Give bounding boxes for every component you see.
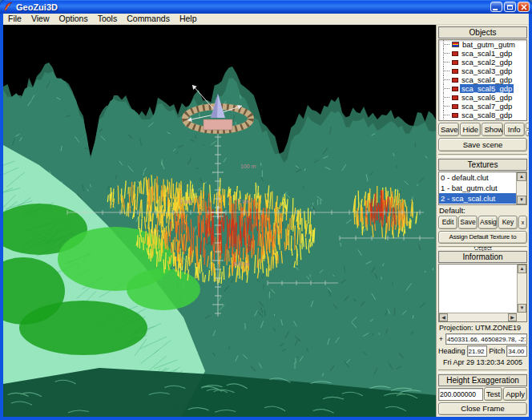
scroll-up-icon[interactable]: ▲ [518,265,526,273]
object-label: sca_scal7_gdp [460,102,514,111]
scroll-down-icon[interactable]: ▼ [517,196,526,204]
object-tree-item[interactable]: sca_scal4_gdp [439,75,526,84]
information-hscrollbar[interactable]: ◀ ▶ [439,313,517,321]
textures-panel-header: Textures [438,159,527,171]
texture-item[interactable]: 1 - bat_gutm.clut [439,183,516,193]
texture-item[interactable]: 0 - default.clut [439,172,516,183]
information-vscrollbar[interactable]: ▲ ▼ [517,265,526,313]
object-label: sca_scal4_gdp [460,75,514,84]
separator [438,154,527,157]
menu-commands[interactable]: Commands [122,14,175,24]
object-tree-item[interactable]: sca_scal5_gdp [439,84,526,93]
objects-button-row: SaveHideShowInfo x [437,121,529,136]
object-tree-item[interactable]: sca_scal2_gdp [439,58,526,67]
svg-text:100 m: 100 m [240,164,256,169]
height-exaggeration-row: Test Apply [437,386,529,401]
svg-text:1 km: 1 km [180,199,192,204]
scroll-right-icon[interactable]: ▶ [508,313,517,321]
heading-input[interactable] [467,345,488,357]
scrollbar-corner [517,313,526,321]
position-expand-button[interactable]: + [438,335,444,343]
object-tree-item[interactable]: sca_scal6_gdp [439,93,526,102]
information-panel-header: Information [438,251,527,263]
svg-text:2 km: 2 km [238,199,250,204]
texture-key-button[interactable]: Key [498,216,518,229]
3d-scene[interactable]: 100 m1 km2 km500 m [3,25,436,417]
scroll-up-icon[interactable]: ▲ [517,172,526,181]
pitch-label: Pitch [489,347,505,355]
tree-connector-icon [443,102,450,111]
tree-connector-icon [443,111,450,119]
object-type-icon [452,42,459,47]
close-x-icon [521,4,527,10]
position-row: + [437,333,529,345]
object-tree-item[interactable]: sca_scal7_gdp [439,102,526,111]
menu-tools[interactable]: Tools [93,14,123,24]
tree-connector-icon [443,49,450,58]
objects-hide-button[interactable]: Hide [460,123,481,136]
information-text [439,265,517,313]
textures-scrollbar[interactable]: ▲ ▼ [516,172,526,204]
pitch-input[interactable] [506,345,527,357]
app-feather-icon [3,2,14,12]
svg-text:500 m: 500 m [234,261,250,267]
projection-label: Projection: [439,324,474,332]
texture-assign-button[interactable]: Assign [478,216,498,229]
scroll-down-icon[interactable]: ▼ [518,304,526,313]
menu-help[interactable]: Help [175,14,202,24]
3d-viewport[interactable]: 100 m1 km2 km500 m [3,25,436,417]
objects-info-button[interactable]: Info [504,123,525,136]
object-tree-item[interactable]: sca_scal8_gdp [439,111,526,119]
objects-show-button[interactable]: Show [482,123,502,136]
control-sidebar: Objects bat_gutm_gutm sca_scal1_gdp [436,25,529,417]
apply-button[interactable]: Apply [503,387,527,401]
save-scene-button[interactable]: Save scene [438,138,527,151]
menu-file[interactable]: File [3,14,26,24]
maximize-button[interactable] [504,2,516,12]
tree-connector-icon [443,75,450,84]
textures-button-row: EditSaveAssignKey x [437,215,529,229]
window-title: GeoZui3D [16,2,490,12]
object-label: sca_scal3_gdp [460,67,514,75]
detach-dot-icon [528,131,529,135]
height-exaggeration-input[interactable] [438,388,483,401]
objects-panel-header: Objects [438,26,527,38]
projection-value: UTM.ZONE19 [475,324,521,332]
object-tree-item[interactable]: sca_scal1_gdp [439,49,526,58]
object-type-icon [452,60,458,65]
menu-view[interactable]: View [26,14,54,24]
object-type-icon [452,51,458,56]
information-box: ▲ ▼ ◀ ▶ [438,264,527,322]
object-tree-item[interactable]: sca_scal3_gdp [439,67,526,75]
object-label: sca_scal1_gdp [460,49,514,58]
object-tree-item[interactable]: bat_gutm_gutm [439,40,526,49]
minimize-button[interactable] [490,2,502,12]
objects-save-button[interactable]: Save [438,123,459,136]
texture-item[interactable]: 2 - sca_scal.clut [439,193,516,204]
textures-panel-close-button[interactable]: x [518,216,527,229]
menu-options[interactable]: Options [54,14,93,24]
tree-connector-icon [443,67,450,75]
title-bar[interactable]: GeoZui3D [0,0,532,14]
texture-save-button[interactable]: Save [458,216,478,229]
heading-pitch-row: Heading Pitch [437,345,529,357]
close-frame-button[interactable]: Close Frame [438,402,527,415]
object-label: sca_scal6_gdp [460,93,514,102]
assign-default-texture-button[interactable]: Assign Default Texture to Object [438,231,527,244]
app-window: GeoZui3D FileViewOptionsToolsCommandsHel… [0,0,532,420]
height-exaggeration-header: Height Exaggeration [438,374,527,386]
tree-connector-icon [443,58,450,67]
tree-connector-icon [443,93,450,102]
object-type-icon [452,113,458,118]
objects-panel-detach-button[interactable] [526,130,529,136]
tree-connector-icon [443,40,450,49]
objects-panel-close-button[interactable]: x [526,123,529,129]
objects-tree-list: bat_gutm_gutm sca_scal1_gdp sca_scal2_gd… [438,39,527,121]
scroll-left-icon[interactable]: ◀ [439,313,448,321]
test-button[interactable]: Test [484,387,502,401]
object-type-icon [452,87,458,91]
close-button[interactable] [518,2,530,12]
timestamp: Fri Apr 29 13:20:34 2005 [437,357,529,367]
position-input[interactable] [445,333,527,345]
texture-edit-button[interactable]: Edit [438,216,457,229]
